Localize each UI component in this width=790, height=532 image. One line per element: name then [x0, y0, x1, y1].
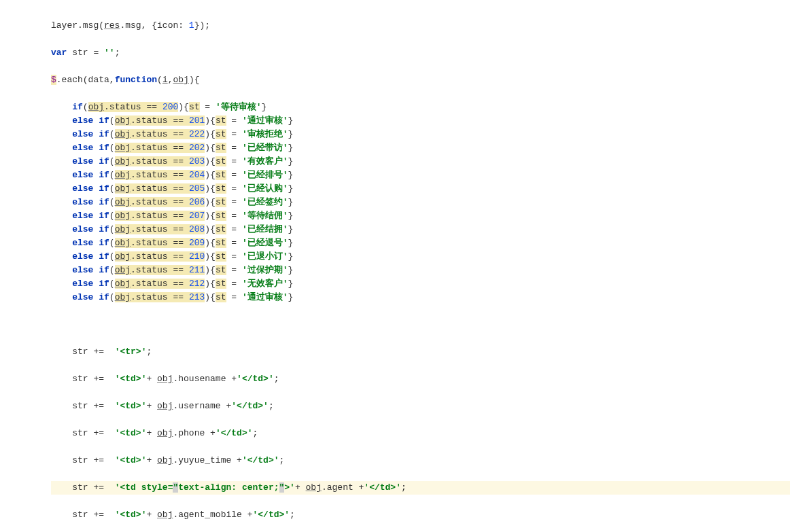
code-line: else if(obj.status == 213){st = '通过审核'}: [51, 291, 790, 304]
code-line: var str = '';: [51, 46, 790, 60]
code-line: else if(obj.status == 207){st = '等待结佣'}: [51, 209, 790, 223]
code-line-current: str += '<td style="text-align: center;">…: [51, 481, 790, 495]
code-line: str += '<td>'+ obj.yuyue_time +'</td>';: [51, 454, 790, 467]
code-line: if(obj.status == 200){st = '等待审核'}: [51, 101, 790, 114]
code-line: layer.msg(res.msg, {icon: 1});: [51, 19, 790, 33]
code-line: else if(obj.status == 208){st = '已经结拥'}: [51, 223, 790, 236]
if-block: if(obj.status == 200){st = '等待审核'} else …: [51, 101, 790, 304]
code-line: else if(obj.status == 203){st = '有效客户'}: [51, 155, 790, 169]
code-line: else if(obj.status == 205){st = '已经认购'}: [51, 182, 790, 196]
code-line: else if(obj.status == 202){st = '已经带访'}: [51, 141, 790, 155]
code-line: else if(obj.status == 206){st = '已经签约'}: [51, 196, 790, 209]
code-line: else if(obj.status == 222){st = '审核拒绝'}: [51, 128, 790, 141]
code-line: else if(obj.status == 211){st = '过保护期'}: [51, 264, 790, 277]
code-line: else if(obj.status == 212){st = '无效客户'}: [51, 277, 790, 291]
code-line: [51, 318, 790, 332]
code-line: str += '<td>'+ obj.agent_mobile +'</td>'…: [51, 508, 790, 522]
code-line: else if(obj.status == 209){st = '已经退号'}: [51, 236, 790, 250]
code-line: else if(obj.status == 204){st = '已经排号'}: [51, 169, 790, 182]
code-line: str += '<td>'+ obj.phone +'</td>';: [51, 427, 790, 440]
code-editor[interactable]: layer.msg(res.msg, {icon: 1}); var str =…: [0, 0, 790, 532]
code-line: str += '<td>'+ obj.username +'</td>';: [51, 400, 790, 413]
code-line: else if(obj.status == 201){st = '通过审核'}: [51, 114, 790, 128]
code-line: $.each(data,function(i,obj){: [51, 73, 790, 87]
code-line: str += '<td>'+ obj.housename +'</td>';: [51, 372, 790, 386]
code-line: else if(obj.status == 210){st = '已退小订'}: [51, 250, 790, 264]
code-line: str += '<tr>';: [51, 345, 790, 359]
